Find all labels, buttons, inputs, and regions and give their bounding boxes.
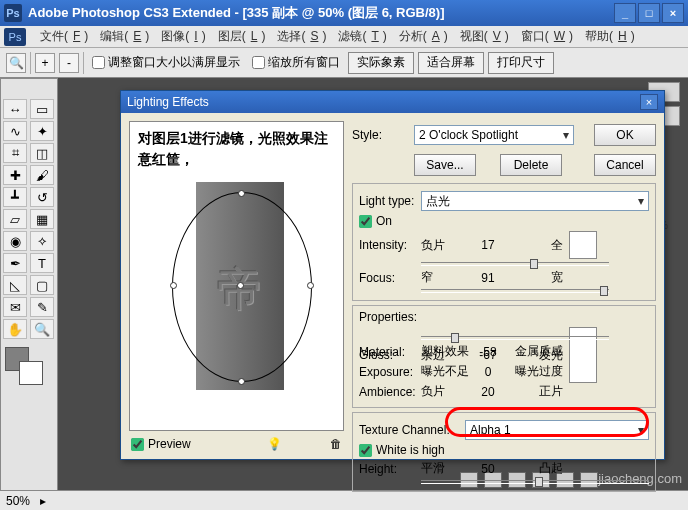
light-handle-bottom[interactable] (238, 378, 245, 385)
actual-pixels-button[interactable]: 实际象素 (348, 52, 414, 74)
gloss-slider[interactable] (421, 336, 609, 340)
material-label: Material: (359, 345, 415, 359)
app-titlebar: Ps Adobe Photoshop CS3 Extended - [335 副… (0, 0, 688, 26)
white-high-checkbox[interactable]: White is high (359, 443, 649, 457)
dialog-close-button[interactable]: × (640, 94, 658, 110)
exposure-left: 曝光不足 (421, 363, 469, 380)
minimize-button[interactable]: _ (614, 3, 636, 23)
exposure-label: Exposure: (359, 365, 415, 379)
menu-select[interactable]: 选择(S) (273, 28, 326, 45)
notes-tool[interactable]: ✉ (3, 297, 27, 317)
focus-value: 91 (475, 271, 501, 285)
preview-checkbox[interactable]: Preview (131, 437, 191, 451)
ambience-value: 20 (475, 385, 501, 399)
menu-help[interactable]: 帮助(H) (581, 28, 635, 45)
brush-tool[interactable]: 🖌 (30, 165, 54, 185)
eraser-tool[interactable]: ▱ (3, 209, 27, 229)
zoom-tool-icon[interactable]: 🔍 (6, 53, 26, 73)
app-logo: Ps (4, 4, 22, 22)
history-brush-tool[interactable]: ↺ (30, 187, 54, 207)
menu-filter[interactable]: 滤镜(T) (334, 28, 386, 45)
exposure-value: 0 (475, 365, 501, 379)
light-color-swatch[interactable] (569, 231, 597, 259)
menu-analysis[interactable]: 分析(A) (395, 28, 448, 45)
focus-right: 宽 (507, 269, 563, 286)
resize-checkbox[interactable]: 调整窗口大小以满屏显示 (92, 54, 240, 71)
menu-layer[interactable]: 图层(L) (214, 28, 266, 45)
menubar: Ps 文件(F) 编辑(E) 图像(I) 图层(L) 选择(S) 滤镜(T) 分… (0, 26, 688, 48)
title-text: Adobe Photoshop CS3 Extended - [335 副本 @… (28, 4, 444, 22)
light-handle-right[interactable] (307, 282, 314, 289)
height-slider[interactable] (421, 480, 649, 484)
intensity-label: Intensity: (359, 238, 415, 252)
path-tool[interactable]: ◺ (3, 275, 27, 295)
gradient-tool[interactable]: ▦ (30, 209, 54, 229)
properties-label: Properties: (359, 310, 649, 324)
pen-tool[interactable]: ✒ (3, 253, 27, 273)
hand-tool[interactable]: ✋ (3, 319, 27, 339)
material-left: 塑料效果 (421, 343, 469, 360)
lasso-tool[interactable]: ∿ (3, 121, 27, 141)
wand-tool[interactable]: ✦ (30, 121, 54, 141)
blur-tool[interactable]: ◉ (3, 231, 27, 251)
zoom-in-icon[interactable]: + (35, 53, 55, 73)
shape-tool[interactable]: ▢ (30, 275, 54, 295)
texture-channel-label: Texture Channel: (359, 423, 459, 437)
bg-swatch[interactable] (19, 361, 43, 385)
light-handle-left[interactable] (170, 282, 177, 289)
intensity-right: 全 (507, 237, 563, 254)
move-tool[interactable]: ↔ (3, 99, 27, 119)
print-size-button[interactable]: 打印尺寸 (488, 52, 554, 74)
menu-view[interactable]: 视图(V) (456, 28, 509, 45)
intensity-slider[interactable] (421, 262, 609, 266)
zoom-all-checkbox[interactable]: 缩放所有窗口 (252, 54, 340, 71)
marquee-tool[interactable]: ▭ (30, 99, 54, 119)
texture-channel-select[interactable]: Alpha 1 (465, 420, 649, 440)
heal-tool[interactable]: ✚ (3, 165, 27, 185)
type-tool[interactable]: T (30, 253, 54, 273)
delete-button[interactable]: Delete (500, 154, 562, 176)
height-value: 50 (475, 462, 501, 476)
zoom-tool[interactable]: 🔍 (30, 319, 54, 339)
save-button[interactable]: Save... (414, 154, 476, 176)
crop-tool[interactable]: ⌗ (3, 143, 27, 163)
close-button[interactable]: × (662, 3, 684, 23)
focus-slider[interactable] (421, 289, 609, 293)
menu-window[interactable]: 窗口(W) (517, 28, 573, 45)
annotation-text: 对图层1进行滤镜，光照效果注意红筐， (138, 128, 335, 170)
eyedropper-tool[interactable]: ✎ (30, 297, 54, 317)
ambience-left: 负片 (421, 383, 469, 400)
maximize-button[interactable]: □ (638, 3, 660, 23)
lighttype-select[interactable]: 点光 (421, 191, 649, 211)
height-left: 平滑 (421, 460, 469, 477)
stamp-tool[interactable]: ┻ (3, 187, 27, 207)
style-select[interactable]: 2 O'clock Spotlight (414, 125, 574, 145)
height-label: Height: (359, 462, 415, 476)
slice-tool[interactable]: ◫ (30, 143, 54, 163)
cancel-button[interactable]: Cancel (594, 154, 656, 176)
fit-screen-button[interactable]: 适合屏幕 (418, 52, 484, 74)
dodge-tool[interactable]: ⟡ (30, 231, 54, 251)
material-value: -58 (475, 345, 501, 359)
zoom-out-icon[interactable]: - (59, 53, 79, 73)
delete-light-icon[interactable]: 🗑 (330, 437, 342, 451)
menu-edit[interactable]: 编辑(E) (96, 28, 149, 45)
light-center-handle[interactable] (237, 282, 244, 289)
lightbulb-icon[interactable]: 💡 (267, 437, 282, 451)
preview-box[interactable]: 对图层1进行滤镜，光照效果注意红筐， 帝 (129, 121, 344, 431)
properties-group: Properties: Gloss: 杂边 -67 发光 Material: 塑… (352, 305, 656, 408)
controls-pane: Style: 2 O'clock Spotlight OK Save... De… (352, 121, 656, 451)
color-swatches[interactable] (3, 345, 55, 389)
dialog-titlebar[interactable]: Lighting Effects × (121, 91, 664, 113)
toolbox: ↔ ▭ ∿ ✦ ⌗ ◫ ✚ 🖌 ┻ ↺ ▱ ▦ ◉ ⟡ ✒ T ◺ ▢ ✉ ✎ … (0, 78, 58, 510)
focus-left: 窄 (421, 269, 469, 286)
focus-label: Focus: (359, 271, 415, 285)
style-label: Style: (352, 128, 408, 142)
light-handle-top[interactable] (238, 190, 245, 197)
ambience-right: 正片 (507, 383, 563, 400)
zoom-level[interactable]: 50% (6, 494, 30, 508)
ok-button[interactable]: OK (594, 124, 656, 146)
menu-image[interactable]: 图像(I) (157, 28, 205, 45)
menu-file[interactable]: 文件(F) (36, 28, 88, 45)
on-checkbox[interactable]: On (359, 214, 649, 228)
